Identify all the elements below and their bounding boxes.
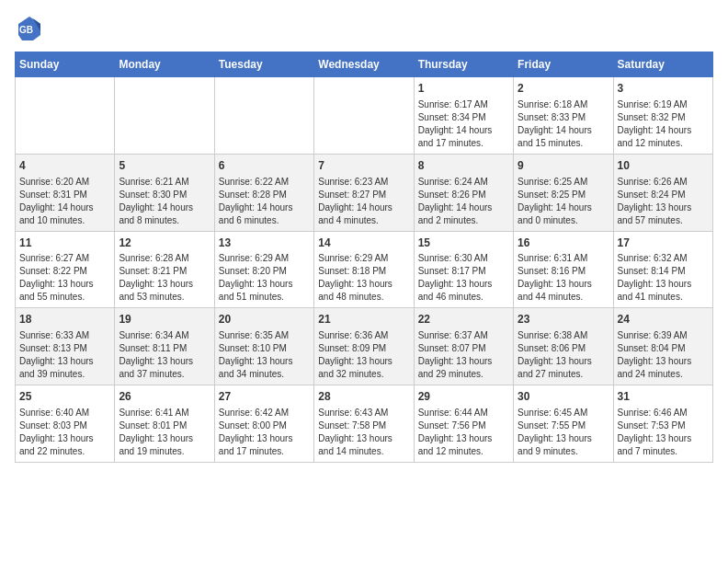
calendar-cell: 30Sunrise: 6:45 AMSunset: 7:55 PMDayligh… (514, 385, 613, 463)
page-header: GB (15, 15, 713, 44)
day-number: 11 (19, 236, 110, 251)
weekday-header-sunday: Sunday (16, 52, 115, 77)
day-info-line: Sunrise: 6:26 AM (618, 176, 709, 189)
calendar-cell: 11Sunrise: 6:27 AMSunset: 8:22 PMDayligh… (16, 231, 115, 308)
day-number: 13 (219, 236, 310, 251)
day-number: 27 (219, 389, 310, 405)
day-info-line: Daylight: 13 hours (618, 201, 709, 214)
day-info-line: Daylight: 14 hours (518, 201, 609, 214)
day-info-line: Sunset: 8:13 PM (19, 342, 110, 355)
day-number: 22 (418, 312, 509, 327)
day-info-line: Sunrise: 6:39 AM (618, 329, 709, 342)
day-number: 18 (19, 312, 110, 327)
day-number: 17 (618, 236, 709, 251)
day-info-line: and 2 minutes. (418, 214, 509, 227)
day-info-line: Sunrise: 6:46 AM (618, 407, 709, 419)
day-info-line: Sunrise: 6:28 AM (119, 252, 210, 265)
day-info-line: Sunset: 8:25 PM (518, 189, 609, 201)
day-info-line: and 34 minutes. (219, 368, 310, 381)
day-info-line: and 6 minutes. (219, 214, 310, 227)
day-info-line: Sunrise: 6:30 AM (418, 252, 509, 265)
day-info-line: Sunset: 8:03 PM (19, 419, 110, 432)
calendar-cell: 31Sunrise: 6:46 AMSunset: 7:53 PMDayligh… (613, 385, 712, 463)
day-info-line: and 27 minutes. (518, 368, 609, 381)
day-info-line: Daylight: 13 hours (19, 278, 110, 291)
day-info-line: Sunrise: 6:21 AM (119, 176, 210, 189)
day-info-line: Sunset: 8:28 PM (219, 189, 310, 201)
day-info-line: Sunrise: 6:25 AM (518, 176, 609, 189)
day-info-line: Sunset: 7:55 PM (518, 419, 609, 432)
day-info-line: and 0 minutes. (518, 214, 609, 227)
day-info-line: Sunrise: 6:41 AM (119, 407, 210, 419)
weekday-header-tuesday: Tuesday (214, 52, 313, 77)
day-info-line: Sunset: 8:16 PM (518, 265, 609, 278)
day-info-line: Daylight: 14 hours (418, 124, 509, 137)
calendar-cell: 24Sunrise: 6:39 AMSunset: 8:04 PMDayligh… (613, 308, 712, 385)
day-info-line: and 12 minutes. (418, 445, 509, 458)
day-info-line: Sunset: 8:31 PM (19, 189, 110, 201)
day-info-line: Sunrise: 6:17 AM (418, 98, 509, 111)
day-info-line: Daylight: 13 hours (518, 355, 609, 368)
day-info-line: Daylight: 14 hours (618, 124, 709, 137)
day-info-line: Sunset: 7:58 PM (318, 419, 409, 432)
day-info-line: Daylight: 13 hours (19, 355, 110, 368)
day-info-line: Daylight: 14 hours (119, 201, 210, 214)
calendar-cell: 28Sunrise: 6:43 AMSunset: 7:58 PMDayligh… (314, 385, 414, 463)
day-number: 10 (618, 158, 709, 174)
day-info-line: Sunset: 8:00 PM (219, 419, 310, 432)
calendar-cell (115, 77, 214, 155)
day-info-line: Sunset: 8:30 PM (119, 189, 210, 201)
day-info-line: Daylight: 13 hours (119, 278, 210, 291)
calendar-cell: 10Sunrise: 6:26 AMSunset: 8:24 PMDayligh… (613, 154, 712, 231)
day-info-line: Sunset: 7:56 PM (418, 419, 509, 432)
calendar-week-row: 18Sunrise: 6:33 AMSunset: 8:13 PMDayligh… (16, 308, 713, 385)
day-info-line: Sunset: 8:01 PM (119, 419, 210, 432)
day-info-line: and 10 minutes. (19, 214, 110, 227)
day-info-line: Sunrise: 6:31 AM (518, 252, 609, 265)
day-info-line: Sunset: 8:14 PM (618, 265, 709, 278)
day-info-line: Sunset: 8:26 PM (418, 189, 509, 201)
day-info-line: and 55 minutes. (19, 291, 110, 304)
day-number: 9 (518, 158, 609, 174)
day-info-line: Sunrise: 6:23 AM (318, 176, 409, 189)
day-info-line: Sunset: 7:53 PM (618, 419, 709, 432)
weekday-header-row: SundayMondayTuesdayWednesdayThursdayFrid… (16, 52, 713, 77)
calendar-cell: 8Sunrise: 6:24 AMSunset: 8:26 PMDaylight… (414, 154, 513, 231)
day-info-line: Daylight: 14 hours (318, 201, 409, 214)
day-number: 24 (618, 312, 709, 327)
day-info-line: Daylight: 14 hours (518, 124, 609, 137)
day-info-line: Sunrise: 6:19 AM (618, 98, 709, 111)
calendar-cell: 1Sunrise: 6:17 AMSunset: 8:34 PMDaylight… (414, 77, 513, 155)
day-info-line: Sunrise: 6:40 AM (19, 407, 110, 419)
day-info-line: Daylight: 13 hours (119, 355, 210, 368)
day-number: 28 (318, 389, 409, 405)
day-info-line: and 48 minutes. (318, 291, 409, 304)
calendar-cell: 7Sunrise: 6:23 AMSunset: 8:27 PMDaylight… (314, 154, 414, 231)
logo-icon: GB (15, 15, 44, 44)
day-number: 3 (618, 81, 709, 97)
calendar-cell: 23Sunrise: 6:38 AMSunset: 8:06 PMDayligh… (514, 308, 613, 385)
weekday-header-friday: Friday (514, 52, 613, 77)
day-info-line: Daylight: 13 hours (318, 432, 409, 445)
day-info-line: and 17 minutes. (219, 445, 310, 458)
day-info-line: Sunset: 8:20 PM (219, 265, 310, 278)
calendar-cell: 19Sunrise: 6:34 AMSunset: 8:11 PMDayligh… (115, 308, 214, 385)
day-info-line: Sunrise: 6:27 AM (19, 252, 110, 265)
calendar-cell: 27Sunrise: 6:42 AMSunset: 8:00 PMDayligh… (214, 385, 313, 463)
day-info-line: Sunset: 8:32 PM (618, 111, 709, 124)
day-info-line: and 41 minutes. (618, 291, 709, 304)
day-number: 19 (119, 312, 210, 327)
calendar-cell: 15Sunrise: 6:30 AMSunset: 8:17 PMDayligh… (414, 231, 513, 308)
day-info-line: and 46 minutes. (418, 291, 509, 304)
day-number: 14 (318, 236, 409, 251)
weekday-header-thursday: Thursday (414, 52, 513, 77)
day-info-line: Sunrise: 6:44 AM (418, 407, 509, 419)
day-info-line: and 57 minutes. (618, 214, 709, 227)
calendar-cell: 3Sunrise: 6:19 AMSunset: 8:32 PMDaylight… (613, 77, 712, 155)
day-info-line: Daylight: 14 hours (418, 201, 509, 214)
day-info-line: Daylight: 13 hours (618, 355, 709, 368)
day-info-line: Daylight: 14 hours (219, 201, 310, 214)
day-number: 16 (518, 236, 609, 251)
day-info-line: Sunrise: 6:29 AM (219, 252, 310, 265)
day-info-line: Daylight: 13 hours (318, 355, 409, 368)
